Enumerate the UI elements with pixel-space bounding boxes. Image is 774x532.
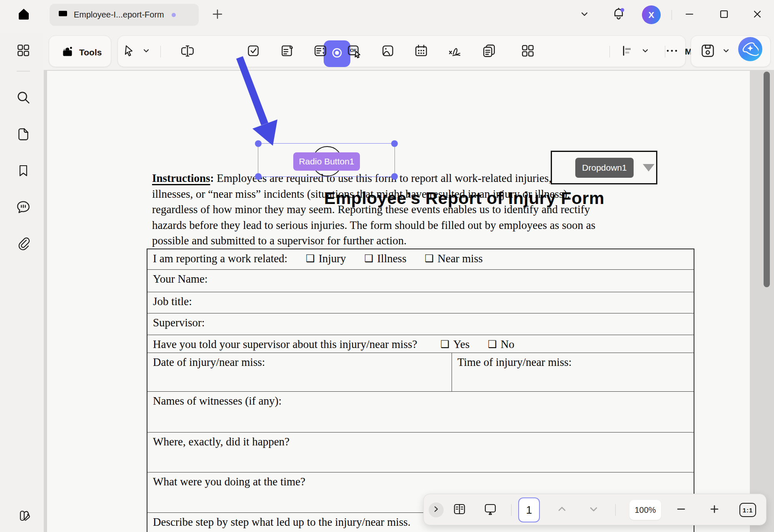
tools-group: Tools bbox=[49, 35, 111, 67]
sidebar-item-pages[interactable] bbox=[14, 126, 32, 144]
tab-list-button[interactable] bbox=[575, 5, 594, 25]
previous-page-button[interactable] bbox=[554, 502, 570, 518]
tab-title: Employee-I...eport-Form bbox=[74, 10, 164, 20]
notifications-button[interactable] bbox=[609, 5, 628, 25]
cursor-icon bbox=[122, 44, 136, 60]
table-row: I am reporting a work related: ❑Injury ❑… bbox=[147, 249, 694, 269]
row-label: Have you told your supervisor about this… bbox=[153, 338, 417, 351]
selection-handle-ne[interactable] bbox=[391, 140, 398, 147]
select-tool-button[interactable] bbox=[120, 42, 138, 61]
scrollbar-thumb[interactable] bbox=[764, 72, 770, 287]
list-box-tool[interactable] bbox=[278, 42, 296, 61]
signature-field-tool[interactable] bbox=[446, 42, 464, 61]
zoom-level-button[interactable]: 100% bbox=[629, 500, 661, 520]
page-number: 1 bbox=[526, 504, 532, 517]
row-label: Date of injury/near miss: bbox=[153, 356, 265, 369]
ai-assistant-button[interactable] bbox=[738, 37, 762, 61]
checkbox-tool[interactable] bbox=[244, 42, 262, 61]
avatar[interactable]: X bbox=[642, 5, 661, 24]
tools-button[interactable]: Tools bbox=[55, 41, 107, 64]
zoom-level: 100% bbox=[634, 505, 656, 515]
save-dropdown[interactable] bbox=[719, 42, 733, 61]
align-left-icon bbox=[621, 44, 635, 60]
ai-sparkle-icon bbox=[742, 40, 759, 58]
select-tool-dropdown[interactable] bbox=[140, 42, 153, 61]
dropdown-widget[interactable]: Dropdown1 bbox=[551, 151, 657, 184]
presentation-view-button[interactable] bbox=[482, 502, 499, 518]
selection-box[interactable] bbox=[258, 143, 395, 177]
maximize-button[interactable] bbox=[714, 5, 734, 25]
injury-form-table: I am reporting a work related: ❑Injury ❑… bbox=[147, 249, 694, 532]
apps-grid-icon bbox=[16, 43, 31, 60]
checkbox-glyph: ❑ bbox=[365, 253, 374, 264]
row-label: Describe step by step what led up to the… bbox=[153, 516, 411, 529]
minimize-button[interactable] bbox=[680, 5, 699, 25]
table-row-split: Date of injury/near miss: Time of injury… bbox=[147, 353, 694, 391]
save-button[interactable] bbox=[699, 42, 717, 61]
selection-handle-nw[interactable] bbox=[255, 140, 262, 147]
monitor-icon bbox=[57, 8, 69, 22]
left-sidebar bbox=[0, 33, 44, 532]
actual-size-button[interactable]: 1:1 bbox=[739, 503, 756, 517]
checkbox-glyph: ❑ bbox=[425, 253, 434, 264]
close-button[interactable] bbox=[748, 5, 767, 25]
divider bbox=[511, 504, 512, 516]
sidebar-item-attachments[interactable] bbox=[14, 235, 32, 254]
title-bar: Employee-I...eport-Form X bbox=[0, 0, 774, 33]
vertical-scrollbar[interactable] bbox=[761, 70, 774, 532]
alignment-dropdown[interactable] bbox=[639, 42, 652, 61]
close-icon bbox=[753, 10, 762, 20]
minus-icon bbox=[676, 504, 686, 516]
document-tab[interactable]: Employee-I...eport-Form bbox=[50, 4, 199, 26]
next-page-button[interactable] bbox=[585, 502, 602, 518]
dropdown-arrow-icon bbox=[643, 164, 654, 172]
expand-toolbar-button[interactable] bbox=[429, 502, 444, 517]
comment-icon bbox=[15, 199, 31, 216]
combo-box-tool[interactable] bbox=[311, 42, 330, 61]
divider bbox=[160, 46, 161, 57]
instructions-colon: : bbox=[210, 172, 214, 184]
copy-fields-tool[interactable] bbox=[480, 42, 498, 61]
checkbox-glyph: ❑ bbox=[440, 338, 449, 350]
checkbox-label: Yes bbox=[453, 338, 469, 351]
selection-handle-se[interactable] bbox=[391, 173, 398, 180]
presentation-icon bbox=[483, 502, 497, 518]
sidebar-item-swatches[interactable] bbox=[14, 508, 32, 526]
table-row: Names of witnesses (if any): bbox=[147, 391, 694, 432]
ellipsis-icon bbox=[666, 48, 680, 55]
text-field-tool[interactable] bbox=[178, 42, 197, 61]
new-tab-button[interactable] bbox=[209, 7, 226, 23]
bell-icon bbox=[612, 7, 626, 23]
checkbox-label: Near miss bbox=[437, 252, 483, 265]
chevron-down-icon bbox=[589, 504, 599, 516]
instructions-line: possible and submitted to a supervisor f… bbox=[152, 233, 595, 249]
page-number-input[interactable]: 1 bbox=[518, 497, 540, 522]
sidebar-item-bookmarks[interactable] bbox=[14, 162, 32, 181]
sidebar-item-apps[interactable] bbox=[14, 42, 32, 60]
selection-handle-sw[interactable] bbox=[255, 173, 262, 180]
table-row: Your Name: bbox=[147, 269, 694, 292]
plus-icon bbox=[211, 8, 224, 22]
split-cell: Time of injury/near miss: bbox=[452, 353, 694, 391]
chevron-up-icon bbox=[557, 504, 567, 516]
avatar-initial: X bbox=[648, 10, 654, 20]
save-icon bbox=[700, 43, 716, 60]
list-box-icon bbox=[280, 43, 295, 60]
divider bbox=[665, 46, 665, 57]
image-field-tool[interactable] bbox=[379, 42, 397, 61]
pdf-page: Employee’s Report of Injury Form Instruc… bbox=[47, 71, 750, 532]
more-fields-grid-tool[interactable] bbox=[519, 42, 537, 61]
swatches-icon bbox=[15, 508, 31, 526]
date-field-tool[interactable] bbox=[412, 42, 430, 61]
zoom-out-button[interactable] bbox=[673, 502, 689, 518]
sidebar-item-search[interactable] bbox=[14, 89, 32, 107]
zoom-in-button[interactable] bbox=[706, 502, 723, 518]
sidebar-item-comments[interactable] bbox=[14, 199, 32, 217]
reading-view-button[interactable] bbox=[451, 502, 468, 518]
alignment-tool[interactable] bbox=[619, 42, 637, 61]
push-button-tool[interactable]: OK bbox=[345, 42, 363, 61]
checkbox-label: No bbox=[501, 338, 514, 351]
row-label: Time of injury/near miss: bbox=[457, 356, 572, 368]
table-row: Supervisor: bbox=[147, 313, 694, 335]
home-button[interactable] bbox=[14, 5, 33, 25]
